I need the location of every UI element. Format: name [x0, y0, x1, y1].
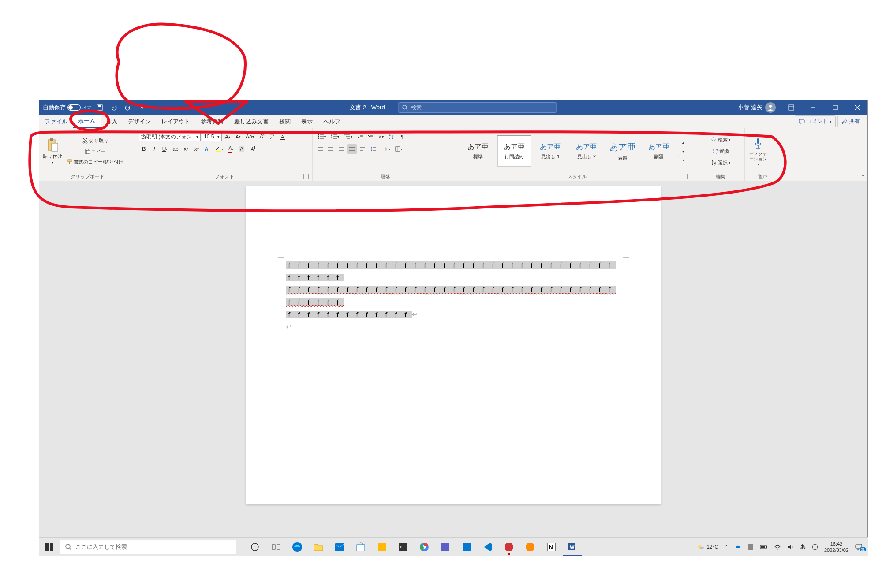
format-painter-button[interactable]: 書式のコピー/貼り付け [65, 157, 125, 167]
taskbar-app-chrome[interactable] [415, 538, 434, 556]
undo-icon[interactable] [108, 102, 120, 113]
bullets-button[interactable]: ▾ [315, 132, 328, 141]
tab-layout[interactable]: レイアウト [156, 115, 195, 128]
tray-battery-icon[interactable] [758, 544, 770, 550]
tab-mailings[interactable]: 差し込み文書 [229, 115, 274, 128]
close-button[interactable] [847, 100, 867, 115]
taskbar-app-mail[interactable] [330, 538, 349, 556]
style-no-spacing[interactable]: あア亜行間詰め [497, 135, 531, 167]
numbering-button[interactable]: 123▾ [329, 132, 341, 141]
tab-view[interactable]: 表示 [296, 115, 318, 128]
align-left-button[interactable] [315, 144, 325, 154]
taskbar-app-generic5[interactable] [520, 538, 540, 556]
taskbar-app-edge[interactable] [288, 538, 307, 556]
taskbar-search[interactable]: ここに入力して検索 [60, 540, 236, 554]
user-account[interactable]: 小菅 達矢 [734, 102, 779, 113]
styles-scroll-down[interactable]: ▾ [678, 147, 688, 155]
dialog-launcher-styles[interactable] [687, 174, 692, 179]
search-box[interactable]: 検索 [398, 102, 557, 113]
style-heading2[interactable]: あア亜見出し 2 [569, 135, 604, 167]
taskbar-app-word[interactable]: W [563, 538, 582, 556]
tray-ime[interactable]: あ [799, 543, 807, 551]
italic-button[interactable]: I [149, 144, 159, 154]
align-right-button[interactable] [336, 144, 346, 154]
tab-insert[interactable]: 挿入 [101, 115, 123, 128]
taskbar-app-store[interactable] [351, 538, 370, 556]
taskbar-app-explorer[interactable] [309, 538, 328, 556]
enclose-characters-button[interactable]: A [278, 132, 288, 141]
dialog-launcher-clipboard[interactable] [127, 174, 132, 179]
phonetic-guide-button[interactable]: ア [267, 132, 277, 141]
taskbar-app-notion[interactable]: N [542, 538, 561, 556]
select-button[interactable]: 選択▾ [699, 158, 742, 167]
taskbar-app-generic3[interactable] [457, 538, 476, 556]
decrease-indent-button[interactable] [355, 132, 365, 141]
underline-button[interactable]: U▾ [160, 144, 170, 154]
collapse-ribbon-button[interactable]: ⌃ [861, 174, 865, 179]
style-normal[interactable]: あア亜標準 [461, 135, 495, 167]
replace-button[interactable]: ab置換 [699, 146, 742, 156]
multilevel-list-button[interactable]: ▾ [342, 132, 354, 141]
tray-app-icon[interactable] [746, 544, 755, 550]
tab-design[interactable]: デザイン [123, 115, 156, 128]
styles-more[interactable]: ▾ [678, 156, 688, 164]
superscript-button[interactable]: x2 [192, 144, 202, 154]
tray-clock[interactable]: 16:42 2022/03/02 [822, 541, 850, 553]
qat-customize-icon[interactable]: ▾ [136, 102, 148, 113]
style-heading1[interactable]: あア亜見出し 1 [533, 135, 568, 167]
grow-font-button[interactable]: A▴ [223, 132, 232, 141]
comments-button[interactable]: コメント ▾ [795, 115, 836, 127]
font-name-select[interactable]: 游明朝 (本文のフォン▾ [139, 132, 201, 141]
tray-volume-icon[interactable] [785, 544, 796, 550]
asian-layout-button[interactable]: ✕▾ [376, 132, 386, 141]
minimize-button[interactable] [803, 100, 823, 115]
autosave-toggle[interactable]: 自動保存 オフ [43, 104, 91, 112]
sort-button[interactable]: AZ [387, 132, 396, 141]
tray-chevron-up[interactable]: ⌃ [723, 544, 730, 549]
copy-button[interactable]: コピー [65, 146, 125, 156]
character-shading-button[interactable]: A [237, 144, 247, 154]
cut-button[interactable]: 切り取り [65, 136, 125, 145]
save-icon[interactable] [94, 102, 105, 113]
taskbar-app-terminal[interactable]: >_ [393, 538, 413, 556]
document-area[interactable]: ｆｆｆｆｆｆｆｆｆｆｆｆｆｆｆｆｆｆｆｆｆｆｆｆｆｆｆｆｆｆｆｆｆｆｆｆｆｆｆｆ… [39, 181, 867, 544]
start-button[interactable] [39, 538, 60, 556]
highlight-button[interactable]: ▾ [213, 144, 225, 154]
dictate-button[interactable]: ディクテーション ▾ [747, 130, 769, 172]
tray-notifications[interactable]: 21 [853, 543, 864, 551]
taskbar-app-vscode[interactable] [478, 538, 497, 556]
styles-scroll-up[interactable]: ▴ [678, 138, 688, 146]
line-spacing-button[interactable]: ▾ [368, 144, 380, 154]
shrink-font-button[interactable]: A▾ [233, 132, 243, 141]
maximize-button[interactable] [825, 100, 845, 115]
share-button[interactable]: 共有 [837, 115, 864, 127]
document-text[interactable]: ｆｆｆｆｆｆｆｆｆｆｆｆｆｆｆｆｆｆｆｆｆｆｆｆｆｆｆｆｆｆｆｆｆｆｆｆｆｆｆｆ… [286, 259, 621, 333]
tab-review[interactable]: 校閲 [274, 115, 296, 128]
distributed-button[interactable] [358, 144, 367, 154]
dialog-launcher-font[interactable] [303, 174, 309, 179]
change-case-button[interactable]: Aa▾ [244, 132, 256, 141]
taskbar-app-generic4[interactable] [499, 538, 519, 556]
strikethrough-button[interactable]: ab [171, 144, 180, 154]
find-button[interactable]: 検索▾ [699, 135, 742, 145]
font-color-button[interactable]: A▾ [226, 144, 236, 154]
increase-indent-button[interactable] [366, 132, 375, 141]
character-border-button[interactable]: A [247, 144, 257, 154]
justify-button[interactable] [347, 144, 357, 154]
paste-button[interactable]: 貼り付け ▾ [42, 130, 63, 172]
taskbar-app-generic2[interactable] [436, 538, 455, 556]
tray-onedrive-icon[interactable] [733, 544, 743, 550]
subscript-button[interactable]: x2 [181, 144, 191, 154]
shading-button[interactable]: ▾ [381, 144, 392, 154]
font-size-select[interactable]: 10.5▾ [202, 132, 222, 141]
tab-home[interactable]: ホーム [73, 115, 101, 128]
borders-button[interactable]: ▾ [393, 144, 404, 154]
align-center-button[interactable] [326, 144, 336, 154]
tab-references[interactable]: 参考資料 [195, 115, 229, 128]
ribbon-display-options[interactable] [781, 100, 801, 115]
cortana-button[interactable] [245, 538, 265, 556]
text-effects-button[interactable]: A▾ [202, 144, 212, 154]
dialog-launcher-paragraph[interactable] [449, 174, 454, 179]
show-hide-button[interactable]: ¶ [397, 132, 407, 141]
style-title[interactable]: あア亜表題 [605, 135, 640, 167]
